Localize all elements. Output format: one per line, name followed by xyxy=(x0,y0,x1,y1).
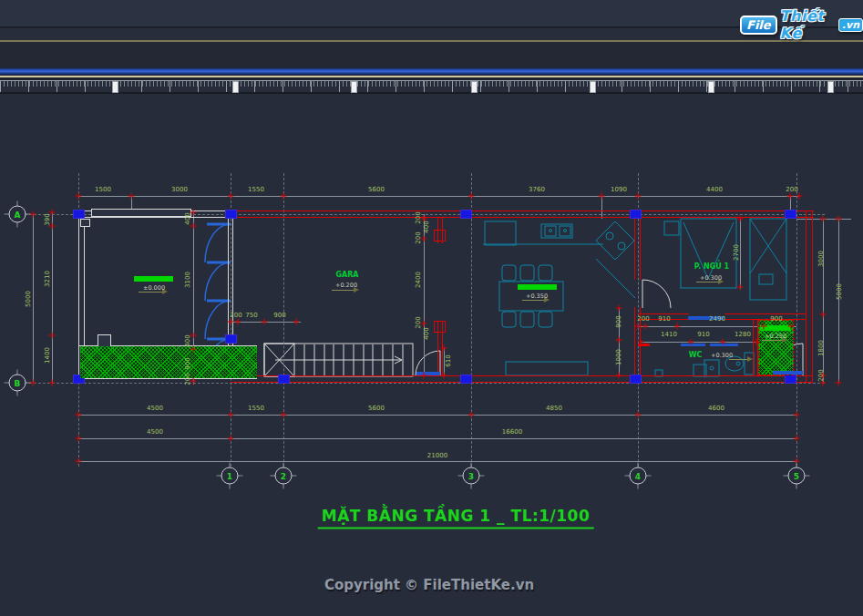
dim-tick xyxy=(421,373,427,379)
dim-label: 3000 xyxy=(818,251,825,267)
dim-tick xyxy=(836,380,842,386)
level-mark xyxy=(696,282,722,282)
column xyxy=(785,375,796,384)
column xyxy=(630,375,642,384)
dim-tick xyxy=(441,373,447,379)
dim-label: 200 xyxy=(416,316,422,328)
dim-tick xyxy=(281,193,287,200)
dim-tick xyxy=(235,319,241,325)
dim-label: 400 xyxy=(424,221,430,232)
dim-tick xyxy=(228,193,234,200)
dim-label: 2490 xyxy=(709,316,725,323)
dim-tick xyxy=(30,211,36,218)
dim-label: 1090 xyxy=(611,187,627,193)
ruler-marker xyxy=(112,81,118,93)
dim-tick xyxy=(635,193,642,200)
dim-label: 900 xyxy=(770,316,782,323)
front-garden-hatch xyxy=(80,346,257,378)
level-mark xyxy=(332,290,357,291)
dim-label: 1800 xyxy=(818,340,825,356)
wall-segment xyxy=(724,313,806,320)
dim-tick xyxy=(228,436,234,442)
dim-line xyxy=(823,219,824,383)
level-mark xyxy=(729,359,751,360)
wall-column-outline xyxy=(434,321,446,333)
level-mark xyxy=(522,300,548,301)
copyright-text: Copyright © FileThietKe.vn xyxy=(324,577,534,593)
dim-tick xyxy=(737,284,744,291)
grid-bubble: 1 xyxy=(221,467,239,485)
dim-tick xyxy=(796,193,803,200)
logo-brand-text: Thiết Kế xyxy=(780,7,836,42)
dim-label: 900 xyxy=(616,315,622,327)
dim-tick xyxy=(76,436,82,442)
dim-tick xyxy=(688,339,694,345)
dim-label: 3210 xyxy=(45,271,51,287)
grid-bubble: 2 xyxy=(275,467,293,485)
dim-label: 1000 xyxy=(616,349,622,365)
dim-tick xyxy=(836,216,842,222)
dim-label: 750 xyxy=(245,313,257,319)
grid-bubble: 5 xyxy=(788,467,806,485)
dim-label: 5600 xyxy=(368,187,385,193)
dim-label: 16600 xyxy=(502,429,522,436)
dim-tick xyxy=(599,193,605,200)
wall-segment xyxy=(231,375,813,383)
column xyxy=(225,210,237,219)
dim-label: 200 xyxy=(786,187,797,193)
dim-tick xyxy=(76,458,82,465)
wall-segment xyxy=(634,218,641,280)
dim-tick xyxy=(49,380,56,386)
dim-label: 4850 xyxy=(546,406,562,412)
dim-label: 200 xyxy=(230,313,241,319)
dim-tick xyxy=(820,216,827,222)
dim-label: 400 xyxy=(424,327,430,339)
dim-line xyxy=(78,461,796,462)
ruler-marker xyxy=(827,81,834,93)
dim-tick xyxy=(635,412,642,418)
ruler-marker xyxy=(708,81,714,93)
room-label: P. NGỦ 1 xyxy=(694,263,729,271)
dim-tick xyxy=(421,236,427,242)
cad-drawing-canvas: File Thiết Kế .vn xyxy=(0,0,863,616)
grid-bubble-label: 2 xyxy=(281,471,286,480)
level-mark xyxy=(139,292,166,293)
dim-tick xyxy=(421,321,427,327)
dim-label: 1550 xyxy=(248,187,264,193)
dim-tick xyxy=(616,305,622,312)
dim-tick xyxy=(76,193,82,200)
column xyxy=(278,375,290,384)
grid-bubble: B xyxy=(9,375,26,392)
dim-tick xyxy=(787,193,794,200)
dim-line xyxy=(33,214,34,383)
dim-tick xyxy=(737,216,744,222)
dim-line xyxy=(838,219,839,383)
dim-label: 900 xyxy=(273,313,285,319)
column xyxy=(225,334,237,344)
dim-label: 3100 xyxy=(185,272,191,288)
dim-tick xyxy=(190,346,197,353)
dim-tick xyxy=(638,339,644,345)
dim-line xyxy=(641,342,756,343)
fence-pillar xyxy=(98,334,111,347)
grid-line-horizontal xyxy=(11,383,825,384)
wall-column-outline xyxy=(434,230,446,241)
level-label: +0.250 xyxy=(765,334,786,340)
dim-tick xyxy=(441,345,447,352)
fileThietKe-logo[interactable]: File Thiết Kế .vn xyxy=(740,7,863,42)
wall-segment xyxy=(231,210,814,218)
dim-tick xyxy=(76,412,82,418)
stove-icon xyxy=(596,221,634,260)
dim-label: 4400 xyxy=(706,187,723,193)
dim-tick xyxy=(190,333,197,339)
dim-tick xyxy=(761,323,767,330)
column xyxy=(460,375,472,384)
dim-tick xyxy=(794,412,800,418)
room-label: WC xyxy=(689,352,703,359)
dim-label: 1400 xyxy=(45,347,51,364)
level-bar xyxy=(134,276,173,282)
grid-bubble-label: 3 xyxy=(468,471,474,480)
level-bar xyxy=(518,284,557,290)
dim-label: 200 xyxy=(637,316,649,323)
dim-label: 1410 xyxy=(661,332,677,338)
